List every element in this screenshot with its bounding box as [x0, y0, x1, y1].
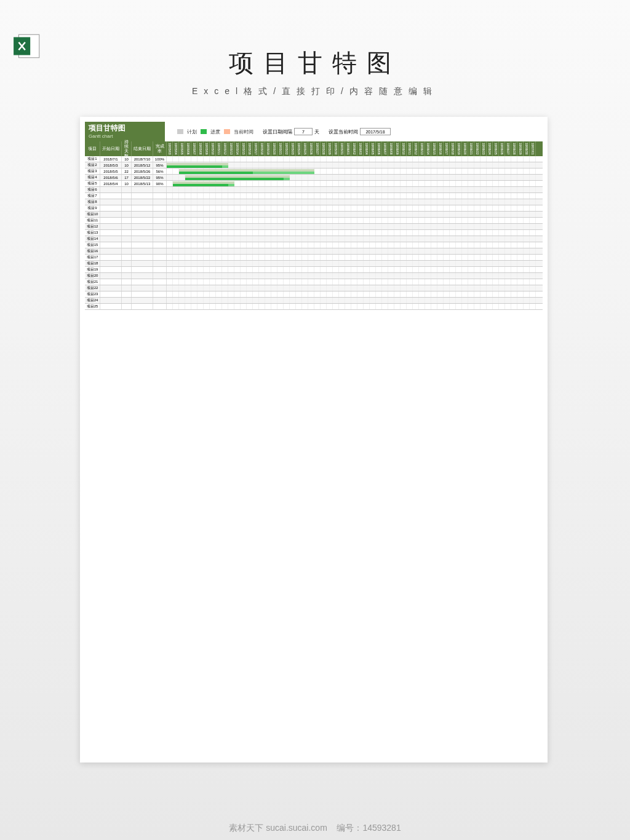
table-row[interactable]: 项目17: [85, 255, 167, 261]
date-header-cell: 18/05/10: [210, 141, 216, 156]
table-row[interactable]: 项目22: [85, 285, 167, 291]
table-row[interactable]: 项目24: [85, 298, 167, 304]
cell-completion: [153, 267, 167, 272]
cell-start: [100, 279, 122, 285]
table-row[interactable]: 项目25: [85, 304, 167, 310]
cell-completion: [153, 285, 167, 291]
table-row[interactable]: 项目22018/5/3102018/5/1295%: [85, 162, 167, 168]
cell-completion: 95%: [153, 175, 167, 180]
cell-end: [132, 212, 153, 217]
table-row[interactable]: 项目19: [85, 267, 167, 273]
cell-end: [132, 255, 153, 260]
cell-completion: [153, 205, 167, 211]
table-row[interactable]: 项目18: [85, 261, 167, 267]
gantt-row: [167, 261, 543, 267]
date-header-cell: 18/05/14: [234, 141, 241, 156]
table-row[interactable]: 项目14: [85, 236, 167, 242]
cell-days: [122, 236, 132, 242]
cell-completion: [153, 218, 167, 223]
date-header-cell: 18/06/12: [413, 141, 419, 156]
date-header-cell: 18/05/12: [222, 141, 228, 156]
cell-completion: [153, 242, 167, 248]
cell-days: [122, 224, 132, 229]
legend-current-label: 当前时间: [234, 129, 253, 135]
date-header-cell: 18/05/31: [339, 141, 345, 156]
cell-name: 项目8: [85, 199, 100, 205]
table-row[interactable]: 项目10: [85, 212, 167, 218]
cell-name: 项目10: [85, 212, 100, 217]
gantt-row: [167, 285, 543, 291]
cell-start: [100, 242, 122, 248]
cell-days: [122, 212, 132, 217]
table-row[interactable]: 项目13: [85, 230, 167, 236]
table-row[interactable]: 项目12: [85, 224, 167, 230]
cell-start: [100, 230, 122, 236]
table-row[interactable]: 项目32018/5/5222018/5/2656%: [85, 168, 167, 175]
gantt-row: [167, 224, 543, 230]
gantt-row: [167, 199, 543, 205]
table-row[interactable]: 项目8: [85, 199, 167, 205]
interval-setting: 设置日期间隔 7 天: [263, 128, 319, 135]
footer-id-value: 14593281: [362, 823, 401, 833]
table-row[interactable]: 项目20: [85, 273, 167, 279]
cell-start: [100, 291, 122, 297]
table-row[interactable]: 项目21: [85, 279, 167, 285]
date-header-cell: 18/06/25: [493, 141, 499, 156]
date-header-cell: 18/05/29: [327, 141, 333, 156]
cell-completion: [153, 261, 167, 266]
cell-start: [100, 205, 122, 211]
date-header-cell: 18/05/08: [197, 141, 204, 156]
cell-name: 项目16: [85, 248, 100, 254]
current-time-input[interactable]: 2017/5/18: [360, 128, 391, 135]
cell-end: [132, 261, 153, 266]
date-header-cell: 18/06/17: [444, 141, 450, 156]
date-header-cell: 18/06/21: [468, 141, 474, 156]
table-row[interactable]: 项目52018/5/4102018/5/1390%: [85, 181, 167, 187]
current-time-setting: 设置当前时间 2017/5/18: [329, 128, 391, 135]
cell-completion: [153, 187, 167, 192]
cell-completion: [153, 236, 167, 242]
col-start: 开始日期: [100, 141, 122, 156]
cell-days: [122, 304, 132, 309]
table-row[interactable]: 项目6: [85, 187, 167, 193]
cell-end: [132, 304, 153, 309]
gantt-row: [167, 242, 543, 248]
table-row[interactable]: 项目15: [85, 242, 167, 248]
progress-bar: [179, 172, 253, 174]
cell-end: [132, 298, 153, 303]
cell-name: 项目12: [85, 224, 100, 229]
date-header-cell: 18/05/07: [191, 141, 197, 156]
table-row[interactable]: 项目23: [85, 291, 167, 298]
table-row[interactable]: 项目7: [85, 193, 167, 199]
table-row[interactable]: 项目9: [85, 205, 167, 212]
table-row[interactable]: 项目11: [85, 218, 167, 224]
date-header-cell: 18/05/28: [321, 141, 327, 156]
date-header-cell: 18/06/13: [419, 141, 425, 156]
date-header-cell: 18/06/01: [345, 141, 351, 156]
timeline-area: 18/05/0318/05/0418/05/0518/05/0618/05/07…: [167, 141, 543, 310]
cell-end: [132, 205, 153, 211]
gantt-row: [167, 187, 543, 193]
cell-start: [100, 285, 122, 291]
cell-end: [132, 248, 153, 254]
date-header-cell: 18/06/03: [357, 141, 364, 156]
cell-completion: [153, 273, 167, 279]
cell-start: [100, 255, 122, 260]
table-row[interactable]: 项目16: [85, 248, 167, 255]
footer-site: 素材天下 sucai.sucai.com: [229, 823, 327, 833]
date-header-cell: 18/05/06: [185, 141, 191, 156]
date-header-cell: 18/05/30: [333, 141, 339, 156]
footer: 素材天下 sucai.sucai.com 编号：14593281: [0, 823, 630, 834]
table-row[interactable]: 项目42018/5/6172018/5/2295%: [85, 175, 167, 181]
cell-completion: [153, 248, 167, 254]
cell-completion: [153, 291, 167, 297]
progress-bar: [185, 178, 284, 180]
interval-input[interactable]: 7: [294, 128, 313, 135]
cell-start: [100, 212, 122, 217]
date-header-cell: 18/06/04: [364, 141, 370, 156]
table-row[interactable]: 项目12018/7/1102018/7/10100%: [85, 156, 167, 162]
cell-name: 项目4: [85, 175, 100, 180]
cell-start: 2018/7/1: [100, 156, 122, 162]
date-header-cell: 18/05/03: [167, 141, 173, 156]
cell-name: 项目20: [85, 273, 100, 279]
